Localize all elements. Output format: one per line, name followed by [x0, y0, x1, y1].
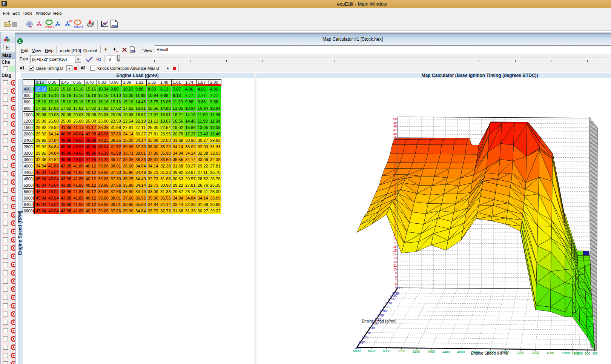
svg-text:1.61: 1.61	[365, 331, 372, 335]
svg-text:1600: 1600	[547, 351, 554, 355]
svg-text:10: 10	[393, 267, 397, 271]
svg-text:1.87: 1.87	[358, 341, 365, 344]
svg-text:OBD 2: OBD 2	[45, 25, 55, 28]
svg-text:16: 16	[393, 245, 397, 249]
svg-text:XML: XML	[130, 49, 135, 52]
svg-text:Map Calculator (Base Ignition: Map Calculator (Base Ignition Timing (de…	[393, 163, 397, 236]
svg-text:OBD 2: OBD 2	[74, 25, 83, 28]
svg-text:1.74: 1.74	[362, 336, 368, 339]
svg-text:47: 47	[393, 128, 397, 132]
svg-text:6800: 6800	[353, 349, 361, 353]
svg-text:50: 50	[393, 117, 397, 121]
svg-text:400: 400	[592, 352, 597, 355]
svg-text:Engine Load (g/rev): Engine Load (g/rev)	[362, 319, 396, 323]
svg-text:14: 14	[393, 252, 397, 256]
svg-text:1.09: 1.09	[377, 313, 384, 317]
svg-text:7: 7	[395, 279, 397, 283]
svg-text:1200: 1200	[561, 351, 569, 355]
svg-text:46: 46	[393, 132, 397, 136]
svg-text:48: 48	[393, 124, 397, 128]
svg-text:II: II	[30, 25, 32, 28]
svg-text:4000: 4000	[457, 350, 465, 354]
svg-text:6000: 6000	[383, 349, 390, 353]
svg-text:13: 13	[393, 256, 397, 260]
svg-text:4800: 4800	[427, 350, 435, 353]
svg-text:6: 6	[395, 283, 397, 286]
svg-text:11: 11	[393, 264, 397, 267]
svg-text:600: 600	[585, 352, 590, 355]
svg-text:5200: 5200	[413, 350, 420, 353]
svg-text:XML: XML	[111, 24, 118, 28]
svg-text:17: 17	[393, 241, 397, 245]
svg-text:12: 12	[393, 260, 397, 264]
svg-text:2400: 2400	[517, 351, 524, 355]
svg-text:0.96: 0.96	[380, 309, 387, 313]
svg-text:Engine Speed (RPM): Engine Speed (RPM)	[471, 351, 508, 355]
svg-text:0.15: 0.15	[396, 286, 403, 290]
svg-text:1000: 1000	[569, 351, 576, 355]
svg-text:2000: 2000	[531, 351, 539, 355]
svg-text:23: 23	[69, 19, 72, 23]
svg-text:0.70: 0.70	[385, 301, 392, 305]
svg-text:0.83: 0.83	[383, 305, 390, 309]
svg-text:1.48: 1.48	[368, 326, 375, 330]
svg-text:5600: 5600	[398, 349, 405, 353]
svg-text:49: 49	[393, 121, 397, 125]
svg-text:0.55: 0.55	[388, 297, 395, 301]
svg-text:15: 15	[393, 249, 397, 252]
svg-text:9: 9	[395, 271, 397, 275]
svg-text:8: 8	[395, 275, 397, 279]
svg-text:4400: 4400	[442, 350, 450, 354]
svg-text:6400: 6400	[368, 349, 375, 353]
